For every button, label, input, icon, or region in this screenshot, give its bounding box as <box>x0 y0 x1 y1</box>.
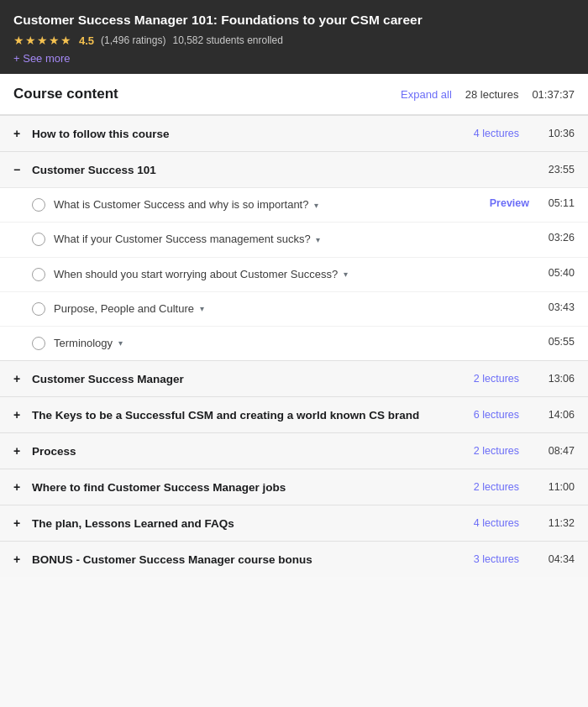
rating-row: ★★★★★ 4.5 (1,496 ratings) 10,582 student… <box>13 34 575 47</box>
section-lectures-4: 2 lectures <box>474 445 519 457</box>
lecture-icon-1-0 <box>32 198 45 212</box>
section-header-0[interactable]: +How to follow this course4 lectures10:3… <box>0 116 588 151</box>
lecture-title-1-4: Terminology ▾ <box>54 336 543 351</box>
section-lectures-6: 4 lectures <box>474 517 519 529</box>
lecture-icon-1-1 <box>32 233 45 246</box>
lecture-row-1-0: What is Customer Success and why is so i… <box>0 188 588 223</box>
lecture-title-1-3: Purpose, People and Culture ▾ <box>54 301 543 317</box>
rating-value: 4.5 <box>79 34 94 47</box>
section-time-5: 11:00 <box>539 481 575 493</box>
section-row-4: +Process2 lectures08:47 <box>0 432 588 469</box>
section-list: +How to follow this course4 lectures10:3… <box>0 115 588 577</box>
preview-badge-1-0[interactable]: Preview <box>490 197 529 209</box>
section-title-1: Customer Success 101 <box>32 164 539 176</box>
section-time-4: 08:47 <box>539 445 575 457</box>
section-time-0: 10:36 <box>539 128 575 139</box>
toggle-icon-6: + <box>13 516 24 530</box>
section-title-5: Where to find Customer Success Manager j… <box>32 481 474 494</box>
section-row-1: −Customer Success 10123:55What is Custom… <box>0 151 588 360</box>
section-lectures-7: 3 lectures <box>474 553 519 565</box>
section-header-7[interactable]: +BONUS - Customer Success Manager course… <box>0 542 588 577</box>
section-title-7: BONUS - Customer Success Manager course … <box>32 553 474 566</box>
lecture-row-1-1: What if your Customer Success management… <box>0 223 588 257</box>
course-content-title: Course content <box>13 86 401 102</box>
toggle-icon-4: + <box>13 444 24 458</box>
section-lectures-3: 6 lectures <box>474 409 519 421</box>
section-meta-5: 2 lectures11:00 <box>474 481 575 493</box>
lecture-title-text-1-4: Terminology <box>54 337 113 349</box>
section-row-3: +The Keys to be a Successful CSM and cre… <box>0 396 588 432</box>
lecture-row-1-2: When should you start worrying about Cus… <box>0 258 588 292</box>
lecture-title-text-1-2: When should you start worrying about Cus… <box>54 268 338 280</box>
section-title-4: Process <box>32 445 474 458</box>
stars-icon: ★★★★★ <box>13 34 72 47</box>
course-title: Customer Success Manager 101: Foundation… <box>13 12 575 29</box>
section-meta-6: 4 lectures11:32 <box>474 517 575 529</box>
toggle-icon-1: − <box>13 163 24 176</box>
section-row-6: +The plan, Lessons Learned and FAQs4 lec… <box>0 505 588 541</box>
section-row-5: +Where to find Customer Success Manager … <box>0 469 588 505</box>
total-lectures: 28 lectures <box>465 88 519 101</box>
section-title-2: Customer Success Manager <box>32 373 474 385</box>
toggle-icon-2: + <box>13 372 24 385</box>
section-meta-0: 4 lectures10:36 <box>474 128 575 139</box>
course-header: Customer Success Manager 101: Foundation… <box>0 0 588 74</box>
rating-count: (1,496 ratings) <box>101 34 165 46</box>
section-time-1: 23:55 <box>539 164 575 175</box>
section-header-2[interactable]: +Customer Success Manager2 lectures13:06 <box>0 361 588 396</box>
dropdown-arrow-1-1[interactable]: ▾ <box>314 235 321 244</box>
section-title-3: The Keys to be a Successful CSM and crea… <box>32 409 474 422</box>
lecture-title-1-0: What is Customer Success and why is so i… <box>54 197 476 212</box>
toggle-icon-0: + <box>13 127 24 140</box>
lecture-title-text-1-1: What if your Customer Success management… <box>54 233 311 245</box>
lecture-time-1-0: 05:11 <box>543 197 575 209</box>
toggle-icon-5: + <box>13 480 24 494</box>
section-header-4[interactable]: +Process2 lectures08:47 <box>0 433 588 469</box>
dropdown-arrow-1-2[interactable]: ▾ <box>341 270 348 279</box>
section-time-2: 13:06 <box>539 373 575 385</box>
course-content-header: Course content Expand all 28 lectures 01… <box>0 74 588 115</box>
total-time: 01:37:37 <box>532 88 575 101</box>
enrolled-count: 10,582 students enrolled <box>172 34 282 46</box>
section-meta-3: 6 lectures14:06 <box>474 409 575 421</box>
section-lectures-0: 4 lectures <box>474 128 519 139</box>
lecture-title-1-2: When should you start worrying about Cus… <box>54 267 543 282</box>
lecture-icon-1-4 <box>32 337 45 350</box>
lecture-title-1-1: What if your Customer Success management… <box>54 232 543 247</box>
section-header-6[interactable]: +The plan, Lessons Learned and FAQs4 lec… <box>0 505 588 541</box>
section-time-7: 04:34 <box>539 553 575 565</box>
section-meta-2: 2 lectures13:06 <box>474 373 575 385</box>
section-header-5[interactable]: +Where to find Customer Success Manager … <box>0 469 588 505</box>
lecture-time-1-1: 03:26 <box>543 232 575 244</box>
lecture-time-1-3: 03:43 <box>543 301 575 313</box>
toggle-icon-3: + <box>13 408 24 422</box>
section-meta-4: 2 lectures08:47 <box>474 445 575 457</box>
section-lectures-2: 2 lectures <box>474 373 519 385</box>
lecture-row-1-4: Terminology ▾05:55 <box>0 327 588 360</box>
section-title-0: How to follow this course <box>32 128 474 140</box>
lecture-title-text-1-0: What is Customer Success and why is so i… <box>54 198 308 211</box>
section-lectures-5: 2 lectures <box>474 481 519 493</box>
expand-all-button[interactable]: Expand all <box>401 88 452 101</box>
dropdown-arrow-1-0[interactable]: ▾ <box>312 201 318 210</box>
lecture-icon-1-2 <box>32 268 45 281</box>
lecture-title-text-1-3: Purpose, People and Culture <box>54 302 194 315</box>
lecture-time-1-2: 05:40 <box>543 267 575 279</box>
dropdown-arrow-1-4[interactable]: ▾ <box>116 338 123 348</box>
section-row-0: +How to follow this course4 lectures10:3… <box>0 115 588 151</box>
section-title-6: The plan, Lessons Learned and FAQs <box>32 517 474 530</box>
section-header-1[interactable]: −Customer Success 10123:55 <box>0 152 588 187</box>
lecture-icon-1-3 <box>32 302 45 316</box>
section-meta-1: 23:55 <box>539 164 575 175</box>
toggle-icon-7: + <box>13 553 24 566</box>
lecture-row-1-3: Purpose, People and Culture ▾03:43 <box>0 292 588 327</box>
dropdown-arrow-1-3[interactable]: ▾ <box>197 304 204 313</box>
section-row-2: +Customer Success Manager2 lectures13:06 <box>0 360 588 396</box>
lecture-time-1-4: 05:55 <box>543 336 575 348</box>
see-more-link[interactable]: See more <box>13 52 71 65</box>
section-meta-7: 3 lectures04:34 <box>474 553 575 565</box>
lecture-items-1: What is Customer Success and why is so i… <box>0 187 588 360</box>
section-header-3[interactable]: +The Keys to be a Successful CSM and cre… <box>0 397 588 432</box>
section-time-3: 14:06 <box>539 409 575 421</box>
section-time-6: 11:32 <box>539 517 575 529</box>
